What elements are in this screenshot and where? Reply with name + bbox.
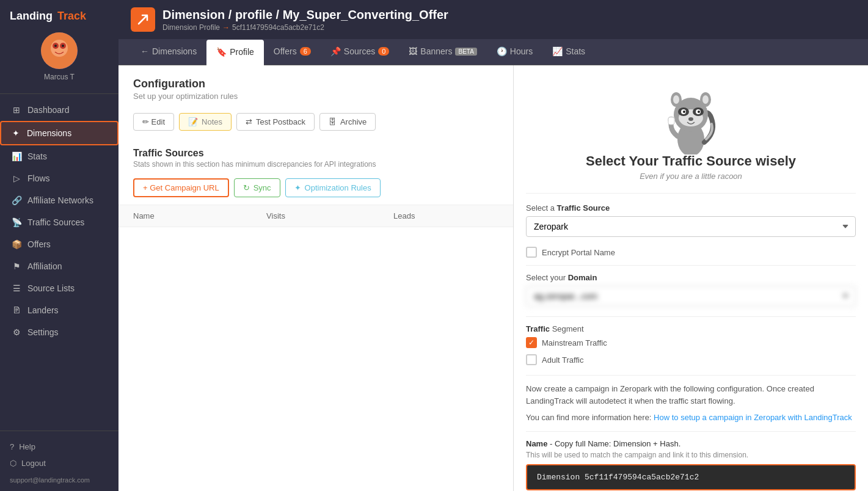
sync-label: Sync xyxy=(253,183,271,192)
domain-label: Select your Domain xyxy=(526,273,856,282)
mainstream-checkbox-row: Mainstream Traffic xyxy=(526,337,856,348)
sidebar-item-label: Offers xyxy=(27,239,51,249)
traffic-sources-icon: 📡 xyxy=(12,217,21,227)
sidebar-item-dashboard[interactable]: ⊞ Dashboard xyxy=(0,99,119,121)
tab-label: Offers xyxy=(274,46,297,56)
sidebar-item-label: Source Lists xyxy=(27,283,75,293)
name-section: Name - Copy full Name: Dimension + Hash.… xyxy=(526,439,856,490)
app-logo: LandingTrack xyxy=(0,0,119,27)
sidebar-item-settings[interactable]: ⚙ Settings xyxy=(0,321,119,343)
tab-profile[interactable]: 🔖 Profile xyxy=(206,40,264,65)
sidebar-item-flows[interactable]: ▷ Flows xyxy=(0,167,119,189)
encrypt-checkbox[interactable] xyxy=(526,247,537,258)
postback-label: Test Postback xyxy=(256,117,305,126)
right-panel-title: Select Your Traffic Source wisely xyxy=(526,153,856,169)
subtitle-prefix: Dimension Profile xyxy=(162,23,220,32)
tab-label: Stats xyxy=(566,46,585,56)
sidebar-item-label: Flows xyxy=(27,173,50,183)
help-link[interactable]: ? Help xyxy=(10,438,109,455)
tab-dimensions[interactable]: ← Dimensions xyxy=(131,39,206,65)
user-avatar-section: Marcus T xyxy=(0,27,119,91)
sidebar-item-dimensions[interactable]: ✦ Dimensions xyxy=(0,121,119,145)
sidebar-item-affiliation[interactable]: ⚑ Affiliation xyxy=(0,255,119,277)
tab-label: Banners xyxy=(420,46,452,56)
test-postback-button[interactable]: ⇄ Test Postback xyxy=(236,113,315,131)
page-title: Dimension / profile / My_Super_Convertin… xyxy=(162,8,448,22)
postback-icon: ⇄ xyxy=(246,117,252,126)
adult-checkbox[interactable] xyxy=(526,354,537,365)
logo-landing: Landing xyxy=(10,10,53,23)
tab-sources[interactable]: 📌 Sources 0 xyxy=(321,39,399,65)
sidebar-item-stats[interactable]: 📊 Stats xyxy=(0,145,119,167)
affiliate-networks-icon: 🔗 xyxy=(12,195,21,205)
ts-subtitle: Stats shown in this section has minimum … xyxy=(133,160,498,169)
col-visits: Visits xyxy=(252,205,379,227)
sync-icon: ↻ xyxy=(243,183,250,192)
archive-label: Archive xyxy=(340,117,367,126)
sidebar-item-label: Dashboard xyxy=(27,105,70,115)
logout-link[interactable]: ⬡ Logout xyxy=(10,455,109,471)
avatar xyxy=(41,32,78,69)
topbar: Dimension / profile / My_Super_Convertin… xyxy=(119,0,868,39)
source-lists-icon: ☰ xyxy=(12,283,21,293)
name-label-text: Name - Copy full Name: Dimension + Hash. xyxy=(526,439,856,448)
svg-point-11 xyxy=(702,95,709,104)
tab-label: Dimensions xyxy=(152,46,197,56)
traffic-source-form: Select a Traffic Source Zeropark Encrypt… xyxy=(526,194,856,491)
sidebar-navigation: ⊞ Dashboard ✦ Dimensions 📊 Stats ▷ Flows… xyxy=(0,96,119,431)
name-bold: Name xyxy=(526,439,547,448)
get-campaign-url-button[interactable]: + Get Campaign URL xyxy=(133,178,229,197)
tab-stats[interactable]: 📈 Stats xyxy=(542,39,595,65)
sidebar-item-traffic-sources[interactable]: 📡 Traffic Sources xyxy=(0,211,119,233)
sidebar-item-label: Stats xyxy=(27,151,47,161)
logout-icon: ⬡ xyxy=(10,459,16,468)
topbar-subtitle: Dimension Profile → 5cf11f479594ca5acb2e… xyxy=(162,23,448,32)
sidebar-item-affiliate-networks[interactable]: 🔗 Affiliate Networks xyxy=(0,189,119,211)
traffic-source-dropdown[interactable]: Zeropark xyxy=(526,216,856,237)
tab-offers[interactable]: Offers 6 xyxy=(264,39,321,65)
sync-button[interactable]: ↻ Sync xyxy=(234,178,280,197)
tab-banners[interactable]: 🖼 Banners BETA xyxy=(399,39,487,65)
segment-label: Traffic Segment xyxy=(526,324,856,333)
tab-hours[interactable]: 🕐 Hours xyxy=(487,39,542,65)
sidebar-item-label: Dimensions xyxy=(27,128,71,138)
sidebar-item-label: Affiliation xyxy=(27,261,62,271)
svg-point-10 xyxy=(673,95,679,104)
config-title: Configuration xyxy=(133,78,498,90)
raccoon-illustration xyxy=(660,87,721,148)
offers-badge: 6 xyxy=(300,47,311,56)
info-link[interactable]: How to setup a campaign in Zeropark with… xyxy=(654,413,852,422)
affiliation-icon: ⚑ xyxy=(12,261,21,271)
bookmark-icon: 🔖 xyxy=(216,47,227,57)
notes-icon: 📝 xyxy=(188,117,198,126)
right-panel-header: Select Your Traffic Source wisely Even i… xyxy=(526,78,856,194)
tab-label: Sources xyxy=(344,46,375,56)
optim-icon: ✦ xyxy=(294,183,301,192)
optimization-rules-button[interactable]: ✦ Optimization Rules xyxy=(285,178,381,197)
edit-button[interactable]: ✏ Edit xyxy=(133,113,174,131)
col-leads: Leads xyxy=(379,205,513,227)
tab-label: Hours xyxy=(510,46,533,56)
dimension-hash-box: Dimension 5cf11f479594ca5acb2e71c2 xyxy=(526,464,856,490)
mainstream-label: Mainstream Traffic xyxy=(542,338,607,347)
sidebar-item-offers[interactable]: 📦 Offers xyxy=(0,233,119,255)
sidebar-item-landers[interactable]: 🖹 Landers xyxy=(0,299,119,321)
info-text-content: Now create a campaign in Zeropark with t… xyxy=(526,384,814,406)
encrypt-checkbox-row: Encrypt Portal Name xyxy=(526,247,856,258)
svg-point-5 xyxy=(62,45,64,47)
traffic-sources-table: Name Visits Leads xyxy=(119,205,513,227)
landers-icon: 🖹 xyxy=(12,305,21,315)
notes-button[interactable]: 📝 Notes xyxy=(179,113,232,131)
sidebar-item-source-lists[interactable]: ☰ Source Lists xyxy=(0,277,119,299)
optim-label: Optimization Rules xyxy=(305,183,371,192)
nav-tabs: ← Dimensions 🔖 Profile Offers 6 📌 Source… xyxy=(119,39,868,65)
sidebar-item-label: Affiliate Networks xyxy=(27,195,93,205)
right-panel: Select Your Traffic Source wisely Even i… xyxy=(514,65,868,491)
back-arrow-icon: ← xyxy=(140,46,149,56)
ts-title: Traffic Sources xyxy=(133,148,498,159)
divider-3 xyxy=(526,375,856,376)
domain-dropdown[interactable]: ag.zeropar...com xyxy=(526,286,856,307)
mainstream-checkbox[interactable] xyxy=(526,337,537,348)
archive-button[interactable]: 🗄 Archive xyxy=(319,113,376,131)
config-section: Configuration Set up your optimization r… xyxy=(119,65,513,106)
